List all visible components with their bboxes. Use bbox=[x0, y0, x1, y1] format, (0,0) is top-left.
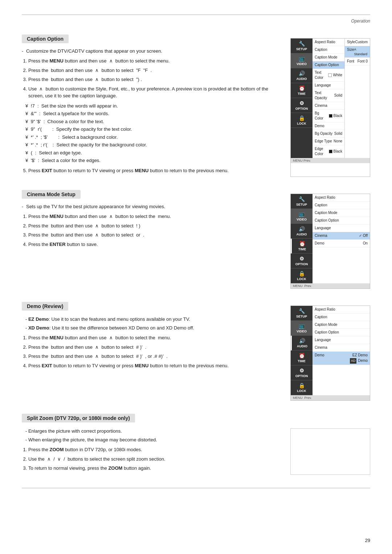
menu-footer-caption: MENU Prev. bbox=[291, 158, 370, 163]
split-zoom-panel-placeholder bbox=[290, 428, 370, 475]
cinema-mode-section: Cinema Mode Setup - Sets up the TV for t… bbox=[22, 190, 370, 289]
split-zoom-title: Split Zoom (DTV 720p, or 1080i mode only… bbox=[22, 414, 135, 422]
sidebar-lock-c: 🔒 LOCK bbox=[291, 268, 313, 283]
split-zoom-bullets: Enlarges the picture with correct propor… bbox=[25, 428, 279, 443]
top-rule bbox=[22, 15, 370, 15]
bullet-item: 9" '$' : Choose a color for the text. bbox=[25, 118, 279, 125]
step-item: Press the ENTER button to save. bbox=[28, 241, 279, 248]
menu-row-captionoption: Caption Option bbox=[313, 61, 344, 69]
step-item: To return to normal viewing, press the Z… bbox=[28, 465, 279, 472]
bullet-item: EZ Demo: Use it to scan the features and… bbox=[25, 316, 279, 323]
sidebar-setup-d: 🔧 SETUP bbox=[291, 306, 313, 321]
bullet-item: 9" r'( : Specify the opacity for the tex… bbox=[25, 126, 279, 133]
caption-option-steps: Press the MENU button and then use ∧ but… bbox=[28, 57, 279, 100]
swatch-black2 bbox=[329, 150, 332, 153]
menu-row-font: FontFont 0 bbox=[345, 58, 370, 65]
menu-row-edgecolor: Edge Color Black bbox=[313, 145, 344, 158]
demo-review-content: Demo (Review) EZ Demo: Use it to scan th… bbox=[22, 302, 279, 401]
bullet-item: *' .* ; '$' : Select a background color. bbox=[25, 134, 279, 141]
step-item: Press EXIT button to return to TV viewin… bbox=[28, 167, 279, 174]
caption-option-content: Caption Option - Customize the DTV/CADTV… bbox=[22, 35, 279, 177]
demo-review-steps: Press the MENU button and then use ∧ but… bbox=[28, 334, 279, 369]
sidebar-setup-c: 🔧 SETUP bbox=[291, 194, 313, 209]
bullet-item: *' .* ; r'( : Select the opacity for the… bbox=[25, 141, 279, 149]
split-zoom-content: Split Zoom (DTV 720p, or 1080i mode only… bbox=[22, 414, 279, 475]
menu-row-cinema-d: Cinema bbox=[313, 344, 370, 352]
sidebar-lock: 🔒 LOCK bbox=[291, 113, 313, 128]
cinema-menu-inner: 🔧 SETUP 📺 VIDEO 🔊 AUDIO ⏰ TIME bbox=[291, 194, 370, 283]
caption-option-steps-end: Press EXIT button to return to TV viewin… bbox=[28, 167, 279, 174]
cinema-mode-title: Cinema Mode Setup bbox=[22, 190, 81, 199]
header-operation: Operation bbox=[22, 19, 370, 24]
menu-row-cinema: Cinema bbox=[313, 102, 344, 110]
menu-row-language-d: Language bbox=[313, 336, 370, 344]
page-container: Operation Caption Option - Customize the… bbox=[0, 0, 392, 554]
cinema-mode-content: Cinema Mode Setup - Sets up the TV for t… bbox=[22, 190, 279, 289]
demo-review-section: Demo (Review) EZ Demo: Use it to scan th… bbox=[22, 302, 370, 401]
menu-row-language: Language bbox=[313, 82, 344, 89]
menu-panel-inner: 🔧 SETUP 📺 VIDEO 🔊 AUDIO ⏰ TIME bbox=[291, 39, 370, 158]
menu-row-demo-d: Demo EZ Demo XDDemo bbox=[313, 352, 370, 365]
swatch-black bbox=[329, 114, 332, 118]
sidebar-audio: 🔊 AUDIO bbox=[291, 68, 313, 83]
split-zoom-section: Split Zoom (DTV 720p, or 1080i mode only… bbox=[22, 414, 370, 475]
menu-right-col: StyleCustom SizeA Standard FontFont 0 bbox=[344, 39, 370, 158]
menu-columns: Aspect Ratio Caption Caption Mode Captio… bbox=[313, 39, 370, 158]
sidebar-option-d: ⚙ OPTION bbox=[291, 365, 313, 380]
demo-review-bullets: EZ Demo: Use it to scan the features and… bbox=[25, 316, 279, 331]
sidebar-time: ⏰ TIME bbox=[291, 83, 313, 98]
menu-row-caption-d: Caption bbox=[313, 314, 370, 321]
step-item: Press the button and then use ∧ button t… bbox=[28, 76, 279, 83]
menu-row-captionmode: Caption Mode bbox=[313, 54, 344, 61]
menu-row-aspect: Aspect Ratio bbox=[313, 39, 344, 46]
menu-row-textopacity: Text Opacity Solid bbox=[313, 89, 344, 102]
menu-row-language-c: Language bbox=[313, 225, 370, 232]
swatch-white bbox=[328, 73, 332, 77]
bullet-item: !7 : Set the size the words will appear … bbox=[25, 102, 279, 110]
step-item: Press the button and then use ∧ button t… bbox=[28, 67, 279, 74]
menu-sidebar: 🔧 SETUP 📺 VIDEO 🔊 AUDIO ⏰ TIME bbox=[291, 39, 313, 158]
menu-row-size: SizeA Standard bbox=[345, 46, 370, 58]
cinema-mode-menu-panel: 🔧 SETUP 📺 VIDEO 🔊 AUDIO ⏰ TIME bbox=[290, 194, 370, 289]
menu-row-aspect-d: Aspect Ratio bbox=[313, 306, 370, 314]
demo-review-menu-panel: 🔧 SETUP 📺 VIDEO 🔊 AUDIO ⏰ TIME bbox=[290, 306, 370, 401]
cinema-mode-desc: - Sets up the TV for the best picture ap… bbox=[22, 204, 279, 209]
demo-review-title: Demo (Review) bbox=[22, 302, 68, 311]
step-item: Use ∧ button to customize the Style, Fon… bbox=[28, 85, 279, 100]
menu-main-col1: Aspect Ratio Caption Caption Mode Captio… bbox=[313, 39, 344, 158]
sidebar-option-c: ⚙ OPTION bbox=[291, 254, 313, 268]
sidebar-time-d: ⏰ TIME bbox=[291, 351, 313, 365]
demo-menu-main: Aspect Ratio Caption Caption Mode Captio… bbox=[313, 306, 370, 395]
menu-row-demo-c: Demo On bbox=[313, 240, 370, 247]
sidebar-video-c: 📺 VIDEO bbox=[291, 209, 313, 224]
caption-option-menu-panel: 🔧 SETUP 📺 VIDEO 🔊 AUDIO ⏰ TIME bbox=[290, 38, 370, 177]
menu-row-demo: Demo bbox=[313, 122, 344, 130]
cinema-menu-sidebar: 🔧 SETUP 📺 VIDEO 🔊 AUDIO ⏰ TIME bbox=[291, 194, 313, 283]
demo-menu-inner: 🔧 SETUP 📺 VIDEO 🔊 AUDIO ⏰ TIME bbox=[291, 306, 370, 395]
menu-row-captionoption-d: Caption Option bbox=[313, 329, 370, 336]
page-number: 29 bbox=[365, 538, 370, 543]
sidebar-audio-c: 🔊 AUDIO bbox=[291, 224, 313, 239]
menu-row-bgopacity: Bg Opacity Solid bbox=[313, 130, 344, 138]
menu-row-style: StyleCustom bbox=[345, 39, 370, 46]
step-item: Press the button and then use ∧ button t… bbox=[28, 222, 279, 230]
bullet-item: &'" : Select a typeface for the words. bbox=[25, 110, 279, 117]
sidebar-time-c: ⏰ TIME bbox=[291, 239, 313, 254]
step-item: Press the ZOOM button in DTV 720p, or 10… bbox=[28, 446, 279, 453]
xd-logo-box: XD bbox=[350, 358, 357, 364]
caption-option-section: Caption Option - Customize the DTV/CADTV… bbox=[22, 35, 370, 177]
step-item: Press EXIT button to return to TV viewin… bbox=[28, 362, 279, 369]
caption-option-title: Caption Option bbox=[22, 35, 69, 43]
bullet-item: Enlarges the picture with correct propor… bbox=[25, 428, 279, 435]
bullet-item: XD Demo: Use it to see the difference be… bbox=[25, 324, 279, 332]
menu-row-bgcolor: Bg Color Black bbox=[313, 110, 344, 122]
step-item: Press the MENU button and then use ∧ but… bbox=[28, 213, 279, 220]
menu-row-caption: Caption bbox=[313, 46, 344, 54]
caption-option-desc: - Customize the DTV/CADTV captions that … bbox=[22, 48, 279, 54]
menu-row-captionmode-c: Caption Mode bbox=[313, 209, 370, 217]
sidebar-video: 📺 VIDEO bbox=[291, 53, 313, 68]
sidebar-audio-d: 🔊 AUDIO bbox=[291, 336, 313, 351]
bullet-item: ( : Select an edge type. bbox=[25, 149, 279, 157]
menu-row-caption-c: Caption bbox=[313, 202, 370, 209]
cinema-menu-main: Aspect Ratio Caption Caption Mode Captio… bbox=[313, 194, 370, 283]
